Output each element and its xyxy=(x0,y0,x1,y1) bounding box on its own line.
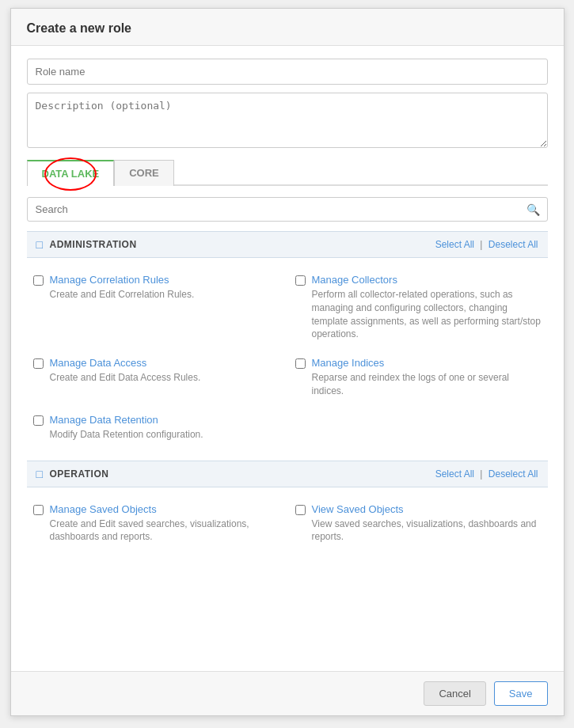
role-name-input[interactable] xyxy=(27,59,548,85)
administration-permissions-grid: Manage Correlation Rules Create and Edit… xyxy=(27,267,548,448)
tabs-container: DATA LAKE CORE xyxy=(27,158,548,186)
modal-header: Create a new role xyxy=(11,9,564,46)
permission-desc-manage-collectors: Perform all collector-related operations… xyxy=(312,288,542,341)
administration-deselect-all[interactable]: Deselect All xyxy=(488,239,538,250)
administration-select-all[interactable]: Select All xyxy=(435,239,474,250)
modal-footer: Cancel Save xyxy=(11,671,564,715)
operation-permissions-grid: Manage Saved Objects Create and Edit sav… xyxy=(27,497,548,551)
tab-data-lake[interactable]: DATA LAKE xyxy=(27,160,115,186)
permission-manage-data-retention: Manage Data Retention Modify Data Retent… xyxy=(33,408,279,448)
permission-text-manage-collectors: Manage Collectors Perform all collector-… xyxy=(312,274,542,341)
permission-manage-correlation-rules: Manage Correlation Rules Create and Edit… xyxy=(33,267,279,347)
permission-name-view-saved-objects: View Saved Objects xyxy=(312,503,542,515)
permission-manage-data-access: Manage Data Access Create and Edit Data … xyxy=(33,351,279,404)
administration-separator: | xyxy=(480,239,485,250)
checkbox-view-saved-objects[interactable] xyxy=(295,505,306,515)
operation-separator: | xyxy=(480,468,485,480)
administration-actions: Select All | Deselect All xyxy=(435,239,538,250)
checkbox-manage-correlation-rules[interactable] xyxy=(33,275,44,286)
permission-manage-collectors: Manage Collectors Perform all collector-… xyxy=(295,267,542,347)
permission-text-manage-saved-objects: Manage Saved Objects Create and Edit sav… xyxy=(50,503,279,544)
permission-view-saved-objects: View Saved Objects View saved searches, … xyxy=(295,497,542,551)
permission-name-manage-collectors: Manage Collectors xyxy=(312,274,542,286)
modal-title: Create a new role xyxy=(27,21,548,36)
checkbox-manage-saved-objects[interactable] xyxy=(33,505,44,515)
permission-text-manage-data-retention: Manage Data Retention Modify Data Retent… xyxy=(50,414,203,442)
checkbox-manage-collectors[interactable] xyxy=(295,275,306,286)
administration-collapse-icon[interactable]: □ xyxy=(36,238,44,251)
checkbox-manage-indices[interactable] xyxy=(295,358,306,369)
tab-data-lake-label: DATA LAKE xyxy=(42,168,100,180)
administration-title: ADMINISTRATION xyxy=(49,239,136,250)
permission-text-manage-correlation-rules: Manage Correlation Rules Create and Edit… xyxy=(50,274,195,301)
cancel-button[interactable]: Cancel xyxy=(424,681,485,706)
permission-text-view-saved-objects: View Saved Objects View saved searches, … xyxy=(312,503,542,544)
permission-name-manage-saved-objects: Manage Saved Objects xyxy=(50,503,279,515)
permission-desc-manage-indices: Reparse and reindex the logs of one or s… xyxy=(312,371,542,398)
search-container: 🔍 xyxy=(27,197,548,222)
permission-name-manage-correlation-rules: Manage Correlation Rules xyxy=(50,274,195,286)
administration-grid-empty-cell xyxy=(295,408,542,448)
description-input[interactable] xyxy=(27,93,548,148)
operation-deselect-all[interactable]: Deselect All xyxy=(488,468,538,480)
permission-desc-manage-correlation-rules: Create and Edit Correlation Rules. xyxy=(50,288,195,301)
administration-section: □ ADMINISTRATION Select All | Deselect A… xyxy=(27,231,548,448)
operation-title: OPERATION xyxy=(49,468,108,480)
permission-manage-saved-objects: Manage Saved Objects Create and Edit sav… xyxy=(33,497,279,551)
search-icon: 🔍 xyxy=(526,203,540,216)
save-button[interactable]: Save xyxy=(494,681,548,706)
search-input[interactable] xyxy=(27,197,548,222)
permission-name-manage-indices: Manage Indices xyxy=(312,357,542,369)
administration-title-group: □ ADMINISTRATION xyxy=(36,238,137,251)
operation-actions: Select All | Deselect All xyxy=(435,468,538,480)
checkbox-manage-data-access[interactable] xyxy=(33,358,44,369)
operation-title-group: □ OPERATION xyxy=(36,468,109,480)
tab-core[interactable]: CORE xyxy=(114,160,174,186)
permission-text-manage-data-access: Manage Data Access Create and Edit Data … xyxy=(50,357,201,385)
operation-section-header: □ OPERATION Select All | Deselect All xyxy=(27,461,548,487)
permission-desc-manage-saved-objects: Create and Edit saved searches, visualiz… xyxy=(50,518,279,544)
operation-section: □ OPERATION Select All | Deselect All Ma… xyxy=(27,461,548,551)
permission-text-manage-indices: Manage Indices Reparse and reindex the l… xyxy=(312,357,542,398)
create-role-modal: Create a new role DATA LAKE CORE 🔍 □ xyxy=(10,8,564,716)
permission-desc-view-saved-objects: View saved searches, visualizations, das… xyxy=(312,518,542,544)
tab-core-label: CORE xyxy=(129,167,159,179)
permission-desc-manage-data-access: Create and Edit Data Access Rules. xyxy=(50,371,201,385)
permission-name-manage-data-retention: Manage Data Retention xyxy=(50,414,203,426)
checkbox-manage-data-retention[interactable] xyxy=(33,415,44,426)
modal-body: DATA LAKE CORE 🔍 □ ADMINISTRATION Select… xyxy=(11,46,564,671)
permission-manage-indices: Manage Indices Reparse and reindex the l… xyxy=(295,351,542,404)
permission-name-manage-data-access: Manage Data Access xyxy=(50,357,201,369)
permission-desc-manage-data-retention: Modify Data Retention configuration. xyxy=(50,428,203,442)
operation-collapse-icon[interactable]: □ xyxy=(36,468,44,480)
operation-select-all[interactable]: Select All xyxy=(435,468,474,480)
administration-section-header: □ ADMINISTRATION Select All | Deselect A… xyxy=(27,231,548,258)
